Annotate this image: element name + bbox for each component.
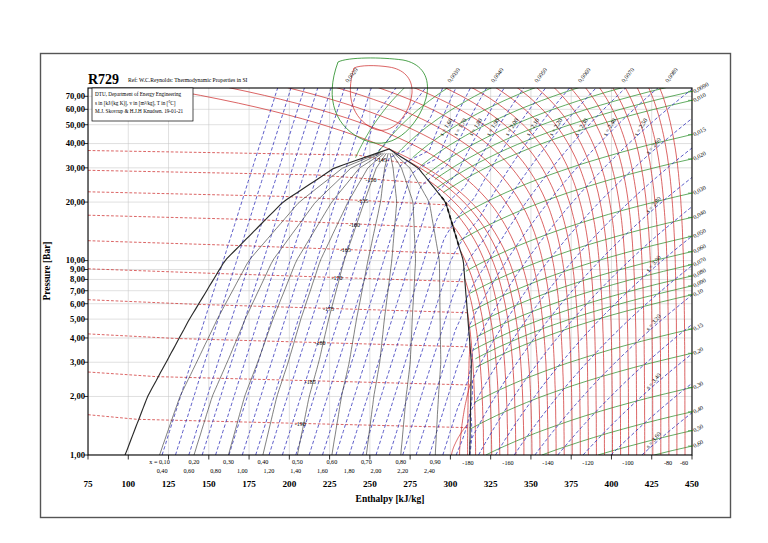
isotherm-bottom-label: -140: [542, 459, 553, 466]
x-tick-label: 400: [605, 479, 619, 489]
info-line-3: M.J. Skovrup & H.J.H Knudsen. 19-01-21: [95, 108, 184, 114]
quality-bottom-label: 0,20: [189, 458, 200, 465]
isotherm-bottom-label: -180: [462, 459, 473, 466]
x-tick-label: 300: [444, 479, 458, 489]
x-tick-label: 450: [685, 479, 699, 489]
x-tick-label: 100: [121, 479, 135, 489]
isotherm-dome-label: -165: [340, 247, 351, 253]
isotherm-dome-label: -145: [376, 157, 387, 163]
isentrope-bottom-label: 1,40: [290, 467, 301, 474]
x-tick-label: 275: [403, 479, 417, 489]
y-tick-label: 3,00: [70, 357, 85, 367]
y-tick-label: 5,00: [70, 314, 85, 324]
ph-diagram-page: 7510012515017520022525027530032535037540…: [0, 0, 768, 543]
ph-diagram-canvas: 7510012515017520022525027530032535037540…: [0, 0, 768, 543]
isentrope-bottom-label: 2,00: [371, 467, 382, 474]
isotherm-dome-label: -160: [349, 222, 360, 228]
isentrope-bottom-label: 0,60: [183, 467, 194, 474]
y-tick-label: 6,00: [70, 299, 85, 309]
x-tick-label: 125: [162, 479, 176, 489]
isotherm-dome-label: -150: [365, 177, 376, 183]
y-tick-label: 20,00: [66, 197, 85, 207]
quality-bottom-label: 0,30: [223, 458, 234, 465]
x-tick-label: 225: [323, 479, 337, 489]
x-tick-label: 175: [242, 479, 256, 489]
isotherm-dome-label: -185: [305, 379, 316, 385]
isotherm-bottom-label: -60: [680, 459, 688, 466]
y-tick-label: 9,00: [70, 264, 85, 274]
quality-bottom-label: 0,80: [395, 458, 406, 465]
y-tick-label: 70,00: [66, 91, 85, 101]
info-line-2: s in [kJ/(kg K)], v in [m³/kg], T in [°C…: [95, 100, 176, 107]
isentrope-bottom-label: 1,20: [264, 467, 275, 474]
isotherm-bottom-label: -100: [622, 459, 633, 466]
isotherm-dome-label: -190: [295, 421, 306, 427]
quality-bottom-label: 0,60: [326, 458, 337, 465]
isentrope-bottom-label: 1,80: [344, 467, 355, 474]
quality-bottom-label: x = 0,10: [149, 458, 170, 465]
isentrope-bottom-label: 2,40: [424, 467, 435, 474]
isotherm-dome-label: -175: [323, 306, 334, 312]
isentrope-bottom-label: 0,80: [210, 467, 221, 474]
isotherm-bottom-label: -160: [502, 459, 513, 466]
y-tick-label: 7,00: [70, 286, 85, 296]
y-tick-label: 1,00: [70, 450, 85, 460]
isotherm-dome-label: -180: [315, 340, 326, 346]
isotherm-dome-label: -155: [357, 198, 368, 204]
x-tick-label: 75: [83, 479, 93, 489]
isotherm-bottom-label: -120: [582, 459, 593, 466]
isentrope-bottom-label: 1,00: [237, 467, 248, 474]
isotherm-bottom-label: -80: [664, 459, 672, 466]
y-tick-label: 40,00: [66, 138, 85, 148]
y-tick-label: 50,00: [66, 120, 85, 130]
y-tick-label: 60,00: [66, 104, 85, 114]
info-box: DTU, Department of Energy Engineering s …: [92, 88, 193, 121]
x-tick-label: 250: [363, 479, 377, 489]
x-tick-label: 150: [202, 479, 216, 489]
x-axis-title: Enthalpy [kJ/kg]: [356, 494, 425, 504]
info-line-1: DTU, Department of Energy Engineering: [95, 91, 182, 97]
y-tick-label: 30,00: [66, 163, 85, 173]
y-axis-title: Pressure [Bar]: [42, 241, 52, 300]
chart-ref: Ref: W.C.Reynolds: Thermodynamic Propert…: [128, 77, 248, 83]
x-tick-label: 325: [484, 479, 498, 489]
x-tick-label: 350: [524, 479, 538, 489]
isentrope-bottom-label: 0,40: [157, 467, 168, 474]
quality-bottom-label: 0,50: [292, 458, 303, 465]
x-tick-label: 200: [282, 479, 296, 489]
x-tick-label: 375: [564, 479, 578, 489]
isentrope-bottom-label: 1,60: [317, 467, 328, 474]
quality-bottom-label: 0,40: [258, 458, 269, 465]
chart-title: R729: [88, 72, 119, 87]
y-tick-label: 2,00: [70, 391, 85, 401]
isotherm-dome-label: -170: [331, 275, 342, 281]
y-tick-label: 8,00: [70, 274, 85, 284]
x-tick-label: 425: [645, 479, 659, 489]
quality-bottom-label: 0,90: [430, 458, 441, 465]
quality-bottom-label: 0,70: [361, 458, 372, 465]
y-tick-label: 4,00: [70, 333, 85, 343]
figure-border: [41, 54, 731, 518]
isentrope-bottom-label: 2,20: [397, 467, 408, 474]
